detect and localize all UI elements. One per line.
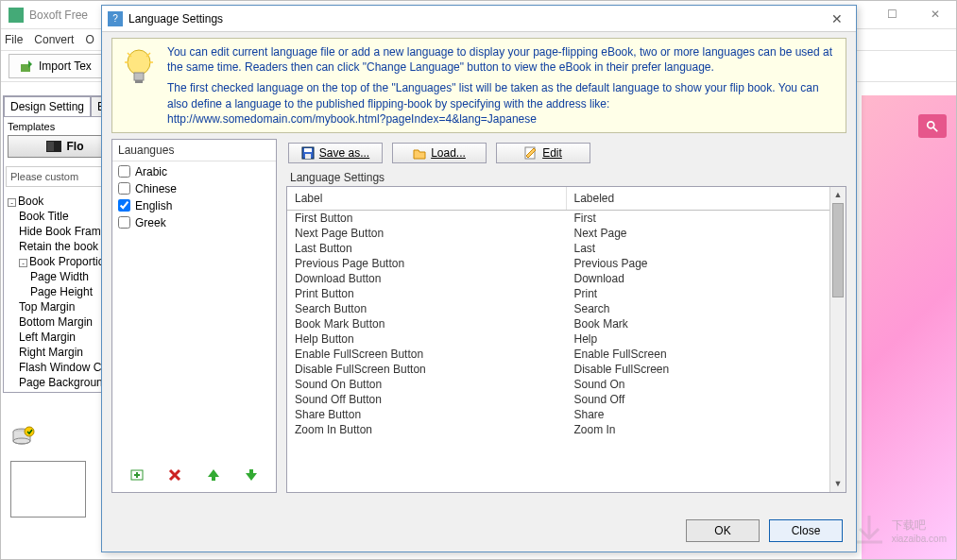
table-cell: Disable FullScreen Button xyxy=(287,362,567,377)
language-item[interactable]: Greek xyxy=(118,214,270,231)
info-link[interactable]: http://www.somedomain.com/mybook.html?pa… xyxy=(167,112,537,126)
load-button[interactable]: Load... xyxy=(392,143,487,163)
bulb-icon xyxy=(120,44,158,127)
svg-rect-9 xyxy=(134,73,144,80)
grid-body[interactable]: First ButtonFirstNext Page ButtonNext Pa… xyxy=(287,211,846,489)
svg-rect-13 xyxy=(304,148,312,152)
table-row[interactable]: Download ButtonDownload xyxy=(287,271,846,286)
language-checkbox[interactable] xyxy=(118,182,130,195)
table-cell: Zoom In xyxy=(567,422,846,437)
table-row[interactable]: Enable FullScreen ButtonEnable FullScree… xyxy=(287,347,846,362)
book-icon xyxy=(45,140,62,153)
app-icon xyxy=(9,8,24,23)
language-checkbox[interactable] xyxy=(118,165,130,178)
edit-icon xyxy=(524,146,538,160)
save-as-label: Save as... xyxy=(319,146,369,160)
table-row[interactable]: Previous Page ButtonPrevious Page xyxy=(287,256,846,271)
table-cell: Search xyxy=(567,301,846,316)
folder-open-icon xyxy=(413,146,426,160)
col-label[interactable]: Label xyxy=(287,187,567,210)
table-cell: Zoom In Button xyxy=(287,422,567,437)
magnifier-icon xyxy=(926,120,939,133)
table-row[interactable]: Book Mark ButtonBook Mark xyxy=(287,316,846,331)
tab-design-setting[interactable]: Design Setting xyxy=(4,96,91,116)
language-item[interactable]: Arabic xyxy=(118,163,270,180)
svg-rect-4 xyxy=(47,142,54,151)
scroll-thumb[interactable] xyxy=(832,203,844,297)
remove-language-button[interactable] xyxy=(165,466,184,484)
table-cell: Next Page Button xyxy=(287,226,567,241)
table-row[interactable]: First ButtonFirst xyxy=(287,211,846,226)
scroll-up-icon[interactable]: ▲ xyxy=(830,187,846,203)
table-row[interactable]: Share ButtonShare xyxy=(287,407,846,422)
close-button[interactable]: ✕ xyxy=(914,1,956,27)
table-row[interactable]: Sound Off ButtonSound Off xyxy=(287,392,846,407)
dialog-close-button[interactable]: ✕ xyxy=(824,9,850,28)
dialog-footer: OK Close xyxy=(686,519,843,542)
language-label: Arabic xyxy=(135,165,167,178)
svg-point-7 xyxy=(25,427,34,436)
table-row[interactable]: Search ButtonSearch xyxy=(287,301,846,316)
add-language-button[interactable] xyxy=(128,466,146,484)
search-icon-button[interactable] xyxy=(918,114,947,138)
svg-point-1 xyxy=(928,121,934,127)
menu-other[interactable]: O xyxy=(85,33,94,46)
languages-toolbar xyxy=(112,462,276,488)
preview-box xyxy=(10,461,86,518)
settings-toolbar: Save as... Load... Edit xyxy=(286,139,846,167)
language-checkbox[interactable] xyxy=(118,199,130,212)
table-row[interactable]: Last ButtonLast xyxy=(287,241,846,256)
move-down-button[interactable] xyxy=(242,466,261,484)
language-item[interactable]: Chinese xyxy=(118,180,270,197)
info-text: You can edit current language file or ad… xyxy=(167,44,838,127)
table-row[interactable]: Next Page ButtonNext Page xyxy=(287,226,846,241)
move-up-button[interactable] xyxy=(204,466,223,484)
language-item[interactable]: English xyxy=(118,197,270,214)
language-label: Chinese xyxy=(135,182,177,195)
scrollbar[interactable]: ▲ ▼ xyxy=(829,187,846,492)
settings-panel: Save as... Load... Edit Language Setting… xyxy=(286,139,846,493)
table-row[interactable]: Print ButtonPrint xyxy=(287,286,846,301)
table-row[interactable]: Help ButtonHelp xyxy=(287,331,846,347)
table-cell: Print Button xyxy=(287,286,567,301)
templates-button-label: Flo xyxy=(67,140,84,153)
table-cell: Help Button xyxy=(287,331,567,347)
table-cell: Enable FullScreen Button xyxy=(287,347,567,362)
save-as-button[interactable]: Save as... xyxy=(288,143,383,163)
ok-button[interactable]: OK xyxy=(686,519,760,542)
edit-button[interactable]: Edit xyxy=(496,143,590,163)
languages-header: Lauangues xyxy=(112,140,276,161)
language-label: Greek xyxy=(135,216,166,229)
svg-rect-10 xyxy=(135,80,143,83)
table-row[interactable]: Zoom In ButtonZoom In xyxy=(287,422,846,437)
help-icon: ? xyxy=(108,11,123,26)
svg-point-8 xyxy=(128,50,150,75)
table-row[interactable]: Disable FullScreen ButtonDisable FullScr… xyxy=(287,362,846,377)
table-cell: Share Button xyxy=(287,407,567,422)
table-cell: Previous Page Button xyxy=(287,256,567,271)
dialog-titlebar[interactable]: ? Language Settings ✕ xyxy=(102,6,856,32)
table-row[interactable]: Sound On ButtonSound On xyxy=(287,377,846,392)
import-label: Import Tex xyxy=(39,59,92,73)
menu-convert[interactable]: Convert xyxy=(34,33,74,46)
col-labeled[interactable]: Labeled xyxy=(567,187,846,210)
table-cell: Sound Off Button xyxy=(287,392,567,407)
table-cell: Search Button xyxy=(287,301,567,316)
language-checkbox[interactable] xyxy=(118,216,130,229)
watermark: 下载吧 xiazaiba.com xyxy=(850,512,947,550)
table-cell: First xyxy=(567,211,846,226)
close-button[interactable]: Close xyxy=(769,519,843,542)
table-cell: Print xyxy=(567,286,846,301)
scroll-down-icon[interactable]: ▼ xyxy=(830,476,846,492)
table-cell: Book Mark Button xyxy=(287,316,567,331)
table-cell: Sound Off xyxy=(567,392,846,407)
menu-file[interactable]: File xyxy=(5,33,23,46)
settings-grid: Label Labeled First ButtonFirstNext Page… xyxy=(286,186,846,493)
table-cell: Sound On Button xyxy=(287,377,567,392)
table-cell: Share xyxy=(567,407,846,422)
maximize-button[interactable]: ☐ xyxy=(871,1,914,27)
languages-panel: Lauangues ArabicChineseEnglishGreek xyxy=(111,139,277,493)
app-title: Boxoft Free xyxy=(29,8,88,22)
info-line-2: The first checked language on the top of… xyxy=(167,80,838,110)
import-button[interactable]: Import Tex xyxy=(9,54,102,78)
